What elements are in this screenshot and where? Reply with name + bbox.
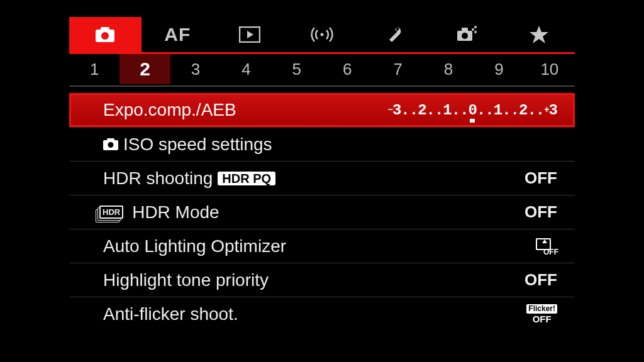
menu-label: HDR shooting HDR PQ <box>103 168 275 189</box>
top-tab-bar: AF <box>69 17 575 52</box>
page-number-row: 1 2 3 4 5 6 7 8 9 10 <box>69 54 575 84</box>
page-10[interactable]: 10 <box>525 54 575 84</box>
tab-wireless[interactable] <box>286 17 358 52</box>
svg-point-8 <box>474 26 477 28</box>
page-5[interactable]: 5 <box>272 54 322 84</box>
menu-label-text: HDR shooting <box>103 168 213 189</box>
af-icon: AF <box>164 24 191 45</box>
menu-value: OFF <box>525 270 557 290</box>
alo-off-icon: OFF <box>536 238 557 255</box>
menu-label: HDR HDR Mode <box>103 202 219 222</box>
menu-label-text: HDR Mode <box>132 202 219 222</box>
antenna-icon <box>311 25 333 44</box>
menu-hdr-mode[interactable]: HDR HDR Mode OFF <box>69 195 575 229</box>
menu-label: Auto Lighting Optimizer <box>103 236 286 256</box>
menu-label-text: ISO speed settings <box>123 134 272 155</box>
page-9[interactable]: 9 <box>474 54 524 84</box>
svg-point-5 <box>462 33 468 39</box>
menu-label: Expo.comp./AEB <box>103 100 236 120</box>
page-6[interactable]: 6 <box>322 54 372 84</box>
menu-value: OFF <box>525 202 557 222</box>
page-8[interactable]: 8 <box>423 54 474 84</box>
svg-marker-9 <box>530 26 548 43</box>
page-4[interactable]: 4 <box>221 54 271 84</box>
wrench-icon <box>385 25 404 44</box>
menu-value: OFF <box>525 168 557 188</box>
custom-camera-icon <box>456 26 477 43</box>
menu-label: ISO speed settings <box>103 134 272 155</box>
star-icon <box>529 25 549 45</box>
svg-point-2 <box>321 33 324 36</box>
play-icon <box>239 26 260 43</box>
tab-setup[interactable] <box>358 17 430 52</box>
menu-hdr-shooting[interactable]: HDR shooting HDR PQ OFF <box>69 161 575 195</box>
page-divider <box>69 85 575 87</box>
menu-label: Anti-flicker shoot. <box>103 304 238 324</box>
menu-expo-comp-aeb[interactable]: Expo.comp./AEB −3..2..1..0..1..2..+3 <box>69 93 575 127</box>
tab-mymenu[interactable] <box>502 17 575 52</box>
camera-menu-screen: AF 1 2 3 4 5 6 7 8 9 10 Expo.com <box>69 17 575 345</box>
page-3[interactable]: 3 <box>170 54 221 84</box>
menu-anti-flicker-shoot[interactable]: Anti-flicker shoot. Flicker! OFF <box>69 297 575 331</box>
menu-value: Flicker! OFF <box>526 304 557 323</box>
page-2[interactable]: 2 <box>119 54 170 84</box>
tab-shoot[interactable] <box>69 17 142 52</box>
svg-point-7 <box>474 31 477 33</box>
svg-rect-4 <box>462 28 468 31</box>
svg-point-6 <box>472 28 474 31</box>
tab-custom[interactable] <box>430 17 502 52</box>
menu-iso-speed-settings[interactable]: ISO speed settings <box>69 127 575 161</box>
flicker-off-icon: Flicker! OFF <box>526 304 557 323</box>
hdr-stack-icon: HDR <box>99 206 123 219</box>
tab-playback[interactable] <box>214 17 286 52</box>
menu-label: Highlight tone priority <box>103 270 269 290</box>
menu-highlight-tone-priority[interactable]: Highlight tone priority OFF <box>69 263 575 297</box>
page-7[interactable]: 7 <box>372 54 423 84</box>
svg-marker-1 <box>247 31 253 38</box>
expo-scale: −3..2..1..0..1..2..+3 <box>388 102 557 119</box>
camera-small-icon <box>103 138 118 150</box>
menu-auto-lighting-optimizer[interactable]: Auto Lighting Optimizer OFF <box>69 229 575 263</box>
hdr-pq-badge: HDR PQ <box>218 172 275 185</box>
camera-icon <box>96 27 114 42</box>
menu-list: Expo.comp./AEB −3..2..1..0..1..2..+3 ISO… <box>69 93 575 331</box>
menu-value: OFF <box>536 238 557 255</box>
page-1[interactable]: 1 <box>69 54 119 84</box>
tab-af[interactable]: AF <box>142 17 214 52</box>
